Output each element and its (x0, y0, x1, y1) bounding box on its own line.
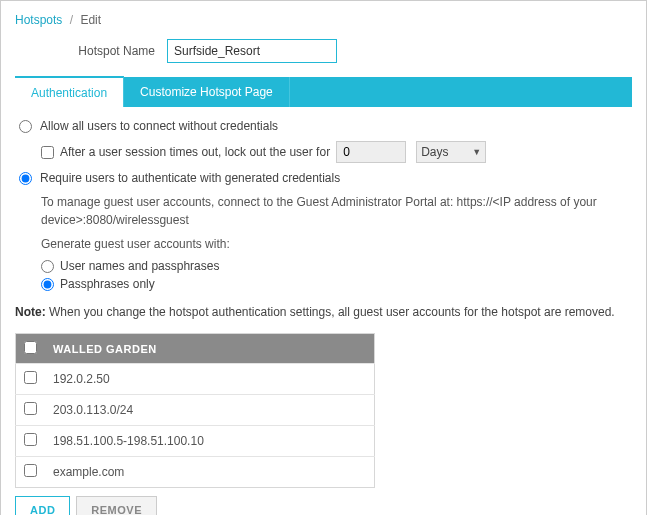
auth-change-note: Note: When you change the hotspot authen… (15, 305, 632, 319)
generate-accounts-text: Generate guest user accounts with: (41, 235, 632, 253)
row-checkbox[interactable] (24, 402, 37, 415)
breadcrumb-current: Edit (80, 13, 101, 27)
tab-authentication[interactable]: Authentication (15, 76, 124, 107)
row-checkbox[interactable] (24, 371, 37, 384)
walled-select-all-checkbox[interactable] (24, 341, 37, 354)
userpass-radio[interactable] (41, 260, 54, 273)
lockout-value-input[interactable] (336, 141, 406, 163)
add-button[interactable]: ADD (15, 496, 70, 515)
row-value: example.com (45, 457, 375, 488)
row-checkbox[interactable] (24, 433, 37, 446)
tab-bar: Authentication Customize Hotspot Page (15, 77, 632, 107)
passonly-label: Passphrases only (60, 277, 155, 291)
userpass-label: User names and passphrases (60, 259, 219, 273)
lockout-label: After a user session times out, lock out… (60, 145, 330, 159)
lockout-unit-value: Days (421, 145, 448, 159)
row-value: 203.0.113.0/24 (45, 395, 375, 426)
manage-portal-text: To manage guest user accounts, connect t… (41, 193, 632, 229)
hotspot-name-input[interactable] (167, 39, 337, 63)
row-value: 192.0.2.50 (45, 364, 375, 395)
breadcrumb-separator: / (70, 13, 73, 27)
require-auth-label: Require users to authenticate with gener… (40, 171, 340, 185)
note-text: When you change the hotspot authenticati… (49, 305, 615, 319)
note-label: Note: (15, 305, 46, 319)
row-value: 198.51.100.5-198.51.100.10 (45, 426, 375, 457)
chevron-down-icon: ▼ (472, 147, 481, 157)
walled-garden-table: WALLED GARDEN 192.0.2.50 203.0.113.0/24 … (15, 333, 375, 488)
row-checkbox[interactable] (24, 464, 37, 477)
breadcrumb-root-link[interactable]: Hotspots (15, 13, 62, 27)
lockout-checkbox[interactable] (41, 146, 54, 159)
passonly-radio[interactable] (41, 278, 54, 291)
allow-all-radio[interactable] (19, 120, 32, 133)
allow-all-label: Allow all users to connect without crede… (40, 119, 278, 133)
walled-garden-header: WALLED GARDEN (45, 334, 375, 364)
table-row[interactable]: 192.0.2.50 (16, 364, 375, 395)
table-row[interactable]: 203.0.113.0/24 (16, 395, 375, 426)
remove-button[interactable]: REMOVE (76, 496, 157, 515)
hotspot-name-label: Hotspot Name (55, 44, 155, 58)
lockout-unit-select[interactable]: Days ▼ (416, 141, 486, 163)
require-auth-radio[interactable] (19, 172, 32, 185)
table-row[interactable]: example.com (16, 457, 375, 488)
breadcrumb: Hotspots / Edit (15, 13, 632, 27)
tab-customize-hotspot-page[interactable]: Customize Hotspot Page (124, 77, 290, 107)
table-row[interactable]: 198.51.100.5-198.51.100.10 (16, 426, 375, 457)
